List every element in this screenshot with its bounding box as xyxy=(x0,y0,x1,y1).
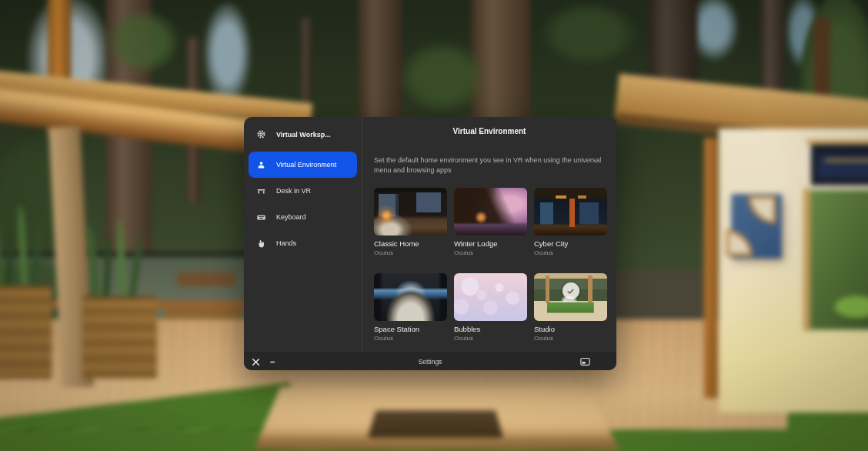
environment-tile-bubbles[interactable]: Bubbles Oculus xyxy=(454,273,527,342)
environment-name: Cyber City xyxy=(534,239,607,248)
keyboard-icon xyxy=(256,212,266,222)
desk-icon xyxy=(256,186,266,196)
sidebar-item-hands[interactable]: Hands xyxy=(249,230,357,256)
move-screen-icon[interactable] xyxy=(579,357,591,367)
app-title: Virtual Worksp... xyxy=(276,131,331,139)
sidebar-item-keyboard[interactable]: Keyboard xyxy=(249,204,357,230)
environment-author: Oculus xyxy=(374,249,447,256)
settings-window: Virtual Worksp... Virtual Environment xyxy=(244,117,616,370)
environment-thumbnail xyxy=(454,188,527,236)
environment-name: Classic Home xyxy=(374,239,447,248)
environment-tile-cyber-city[interactable]: Cyber City Oculus xyxy=(534,188,607,256)
environment-tile-winter-lodge[interactable]: Winter Lodge Oculus xyxy=(454,188,527,256)
environment-author: Oculus xyxy=(534,249,607,256)
sidebar-item-label: Virtual Environment xyxy=(276,161,336,169)
environment-name: Studio xyxy=(534,325,607,333)
environment-thumbnail xyxy=(534,273,607,321)
environment-icon xyxy=(256,160,266,170)
sidebar-item-label: Keyboard xyxy=(276,213,306,221)
environment-author: Oculus xyxy=(454,335,527,342)
environment-name: Space Station xyxy=(374,325,447,333)
app-header: Virtual Worksp... xyxy=(244,117,362,152)
environment-thumbnail xyxy=(454,273,527,321)
main-panel: Virtual Environment Set the default home… xyxy=(362,117,616,352)
environment-author: Oculus xyxy=(534,335,607,342)
environment-author: Oculus xyxy=(454,249,527,256)
environment-thumbnail xyxy=(374,188,447,236)
environment-thumbnail xyxy=(374,273,447,321)
window-bottom-bar: Settings xyxy=(244,352,616,370)
sidebar: Virtual Worksp... Virtual Environment xyxy=(244,117,362,352)
environment-name: Bubbles xyxy=(454,325,527,333)
sidebar-item-desk-in-vr[interactable]: Desk in VR xyxy=(249,178,357,204)
sidebar-item-label: Hands xyxy=(276,239,296,247)
environment-thumbnail xyxy=(534,188,607,236)
page-title: Virtual Environment xyxy=(362,127,616,135)
environment-tile-studio[interactable]: Studio Oculus xyxy=(534,273,607,342)
environment-author: Oculus xyxy=(374,335,447,342)
environment-tile-classic-home[interactable]: Classic Home Oculus xyxy=(374,188,447,256)
close-button[interactable] xyxy=(251,357,261,367)
gear-icon xyxy=(256,129,266,139)
environment-grid: Classic Home Oculus Winter Lodge Oculus xyxy=(374,188,616,342)
selected-check-icon xyxy=(563,282,579,299)
sidebar-item-virtual-environment[interactable]: Virtual Environment xyxy=(249,152,357,178)
minimize-button[interactable] xyxy=(269,357,279,367)
window-title: Settings xyxy=(244,358,616,366)
environment-name: Winter Lodge xyxy=(454,239,527,248)
page-description: Set the default home environment you see… xyxy=(374,155,606,175)
environment-tile-space-station[interactable]: Space Station Oculus xyxy=(374,273,447,342)
sidebar-item-label: Desk in VR xyxy=(276,187,311,195)
hand-icon xyxy=(256,239,266,249)
